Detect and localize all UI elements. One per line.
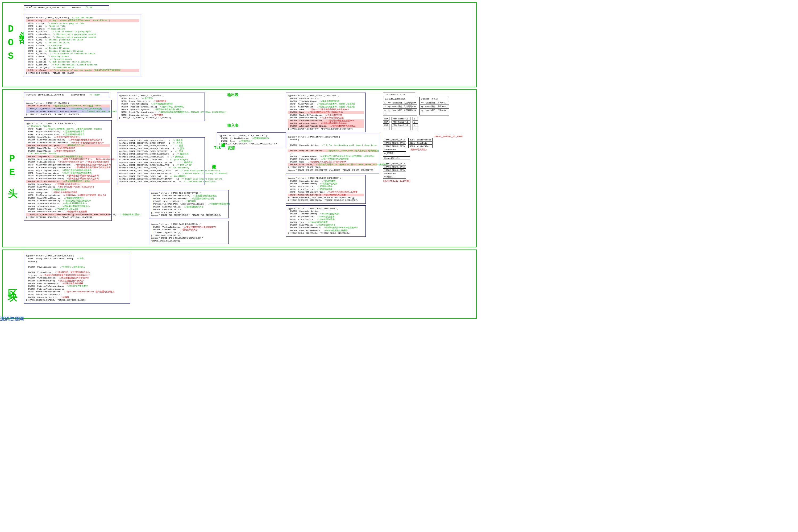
def-cmt: // MZ <box>85 6 92 9</box>
label-import: 输入表 <box>227 123 239 128</box>
base-relocation-struct: typedef struct _IMAGE_BASE_RELOCATION { … <box>149 221 229 244</box>
section-label-pe: PE头 <box>5 153 18 183</box>
label-tls: TLS <box>214 146 221 150</box>
debug-directory-struct: typedef struct _IMAGE_DEBUG_DIRECTORY { … <box>286 205 366 237</box>
export-directory-struct: typedef struct _IMAGE_EXPORT_DIRECTORY {… <box>286 93 366 132</box>
watermark: 源码资源网 <box>0 316 24 321</box>
section-label-blocks: 区块 <box>5 281 18 287</box>
nt-headers-struct: typedef struct _IMAGE_NT_HEADERS { DWORD… <box>24 100 112 118</box>
import-example-tables: IMAGE_IMPORT_BY_NAMEIMAGE_THUNK_DATA02F6… <box>383 135 463 183</box>
directory-entries: #define IMAGE_DIRECTORY_ENTRY_EXPORT 0 /… <box>117 137 205 185</box>
file-header-struct: typedef struct _IMAGE_FILE_HEADER { WORD… <box>117 93 205 121</box>
data-directory-struct: typedef struct _IMAGE_DATA_DIRECTORY { D… <box>217 132 286 147</box>
label-resource: 资源 <box>227 146 235 151</box>
dos-signature-define: #define IMAGE_DOS_SIGNATURE 0x5A4D // MZ <box>24 5 109 10</box>
nt-signature-define: #define IMAGE_NT_SIGNATURE 0x00004550 //… <box>24 93 109 97</box>
def-val: 0x5A4D <box>72 6 81 9</box>
section-pe: PE头 #define IMAGE_NT_SIGNATURE 0x0000455… <box>2 89 477 247</box>
def-cmt: // PE00 <box>90 94 100 96</box>
export-example-tables: "FileName.dll",0无名函数入口地址RVA无名函数（序号X）1My … <box>383 93 463 130</box>
resource-directory-struct: typedef struct _IMAGE_RESOURCE_DIRECTORY… <box>286 175 366 204</box>
def-val: 0x00004550 <box>71 94 85 96</box>
section-blocks: 区块 typedef struct _IMAGE_SECTION_HEADER … <box>2 249 477 319</box>
section-header-struct: typedef struct _IMAGE_SECTION_HEADER { B… <box>24 253 130 304</box>
optional-header-struct: typedef struct _IMAGE_OPTIONAL_HEADER { … <box>24 120 112 221</box>
tls-directory-struct: typedef struct _IMAGE_TLS_DIRECTORY32 { … <box>149 190 229 218</box>
def-name: #define IMAGE_NT_SIGNATURE <box>26 94 63 96</box>
def-name: #define IMAGE_DOS_SIGNATURE <box>26 6 65 9</box>
dos-header-struct: typedef struct _IMAGE_DOS_HEADER { // DO… <box>24 15 141 76</box>
import-descriptor-struct: typedef struct _IMAGE_IMPORT_DESCRIPTOR … <box>286 134 379 173</box>
label-export: 输出表 <box>227 93 239 97</box>
section-dos: DOS头部 #define IMAGE_DOS_SIGNATURE 0x5A4D… <box>2 2 477 87</box>
